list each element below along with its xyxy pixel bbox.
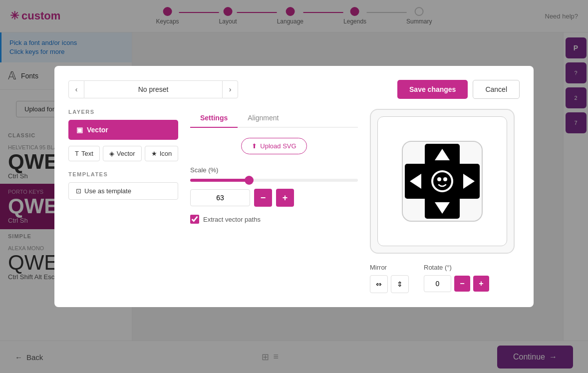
modal-body: LAYERS ▣ Vector T Text ◈ Vector	[68, 109, 520, 293]
vector-layer-label: Vector	[87, 126, 108, 134]
scale-plus-button[interactable]: +	[276, 189, 294, 207]
modal-overlay: ‹ No preset › Save changes Cancel LAYERS…	[0, 0, 588, 373]
scale-minus-button[interactable]: −	[254, 189, 272, 207]
rotate-label: Rotate (°)	[424, 264, 489, 271]
layer-type-vector-button[interactable]: ◈ Vector	[103, 146, 142, 161]
mirror-label: Mirror	[370, 264, 409, 271]
modal-right-panel: Mirror ⇔ ⇕ Rotate (°)	[370, 109, 520, 293]
layer-type-buttons: T Text ◈ Vector ★ Icon	[68, 146, 178, 161]
rotate-section: Rotate (°) − +	[424, 264, 489, 293]
icon-type-icon: ★	[151, 150, 157, 157]
key-preview	[370, 109, 515, 254]
modal-middle-panel: Settings Alignment ⬆ Upload SVG Scale (%…	[190, 109, 358, 293]
icon-type-label: Icon	[160, 150, 172, 157]
mirror-v-icon: ⇕	[397, 280, 403, 288]
preset-prev-button[interactable]: ‹	[68, 80, 84, 98]
preset-name: No preset	[84, 80, 222, 98]
layer-vector-button[interactable]: ▣ Vector	[68, 120, 178, 140]
mirror-horizontal-button[interactable]: ⇔	[370, 275, 388, 293]
template-icon: ⊡	[76, 187, 81, 195]
text-type-icon: T	[75, 150, 79, 157]
modal-header: ‹ No preset › Save changes Cancel	[68, 80, 520, 99]
mirror-buttons: ⇔ ⇕	[370, 275, 409, 293]
svg-point-17	[437, 177, 441, 181]
cancel-button[interactable]: Cancel	[473, 80, 520, 99]
mirror-vertical-button[interactable]: ⇕	[391, 275, 409, 293]
scale-label: Scale (%)	[190, 166, 358, 174]
text-type-label: Text	[81, 150, 93, 157]
save-changes-button[interactable]: Save changes	[397, 80, 468, 99]
scale-input-row: − +	[190, 189, 358, 207]
use-template-label: Use as template	[84, 187, 131, 195]
vector-layer-icon: ▣	[76, 126, 83, 134]
scale-slider-thumb[interactable]	[245, 176, 254, 185]
scale-slider-track[interactable]	[190, 179, 358, 182]
vector-type-label: Vector	[117, 150, 135, 157]
preset-nav: ‹ No preset ›	[68, 80, 238, 98]
mirror-h-icon: ⇔	[376, 280, 382, 288]
upload-svg-label: Upload SVG	[260, 142, 296, 150]
tab-alignment[interactable]: Alignment	[238, 109, 289, 128]
layers-label: LAYERS	[68, 109, 178, 115]
extract-label: Extract vector paths	[203, 216, 261, 223]
key-preview-inner	[377, 116, 507, 246]
templates-section: TEMPLATES ⊡ Use as template	[68, 171, 178, 200]
scale-section: Scale (%) − +	[190, 166, 358, 207]
use-template-button[interactable]: ⊡ Use as template	[68, 182, 178, 200]
templates-label: TEMPLATES	[68, 171, 178, 177]
mirror-rotate-row: Mirror ⇔ ⇕ Rotate (°)	[370, 264, 520, 293]
upload-svg-icon: ⬆	[252, 142, 257, 150]
vector-type-icon: ◈	[109, 150, 114, 157]
tabs: Settings Alignment	[190, 109, 358, 128]
extract-checkbox[interactable]	[190, 215, 199, 224]
rotate-row: − +	[424, 275, 489, 292]
rotate-plus-button[interactable]: +	[473, 276, 489, 292]
preset-next-button[interactable]: ›	[222, 80, 238, 98]
svg-point-18	[443, 177, 447, 181]
extract-row: Extract vector paths	[190, 215, 358, 224]
scale-slider-fill	[190, 179, 249, 182]
rotate-input[interactable]	[424, 275, 451, 292]
mirror-section: Mirror ⇔ ⇕	[370, 264, 409, 293]
modal-dialog: ‹ No preset › Save changes Cancel LAYERS…	[54, 66, 534, 307]
layer-type-text-button[interactable]: T Text	[68, 146, 100, 161]
layer-type-icon-button[interactable]: ★ Icon	[145, 146, 179, 161]
tab-settings[interactable]: Settings	[190, 109, 238, 128]
svg-point-16	[433, 172, 451, 190]
modal-left-panel: LAYERS ▣ Vector T Text ◈ Vector	[68, 109, 178, 293]
scale-input[interactable]	[190, 189, 250, 206]
dpad-preview	[392, 131, 492, 231]
header-actions: Save changes Cancel	[397, 80, 520, 99]
upload-svg-button[interactable]: ⬆ Upload SVG	[241, 138, 306, 154]
rotate-minus-button[interactable]: −	[454, 276, 470, 292]
